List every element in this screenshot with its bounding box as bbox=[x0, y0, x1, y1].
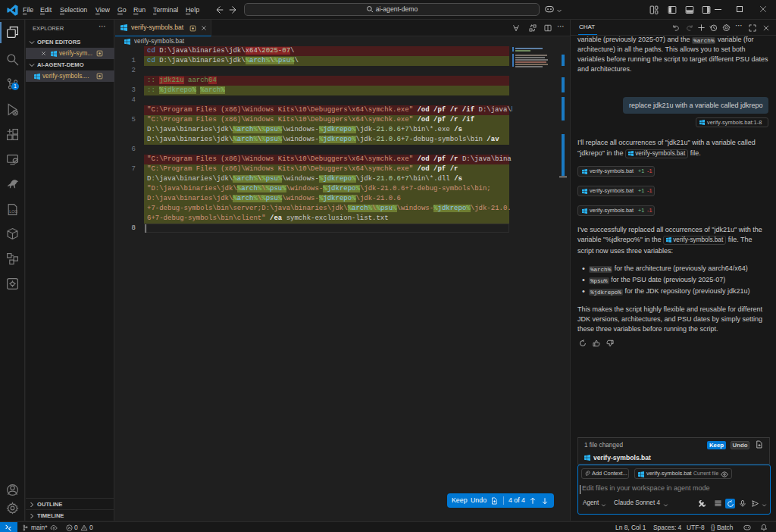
svg-text:LOG: LOG bbox=[9, 209, 17, 214]
